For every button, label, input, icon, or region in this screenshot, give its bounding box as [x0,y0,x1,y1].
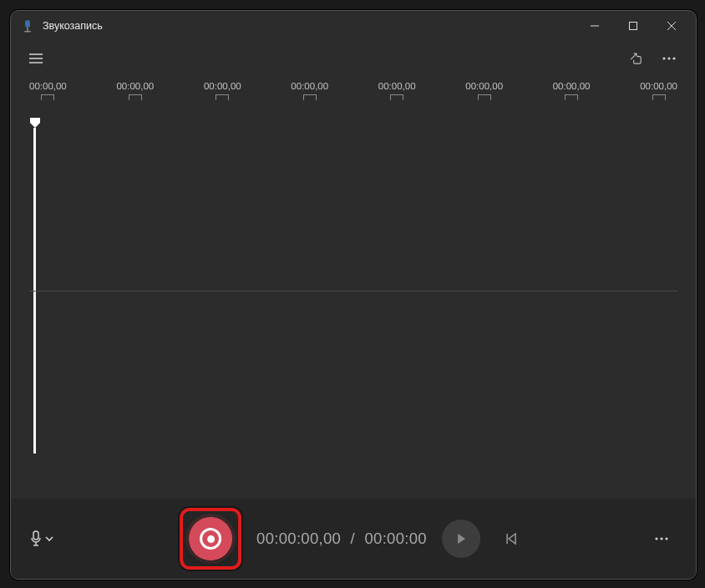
waveform-midline [29,291,677,291]
svg-rect-1 [27,28,28,31]
time-current: 00:00:00,00 [256,530,341,547]
ruler-tick: 00:00,00 [116,81,154,106]
minimize-button[interactable] [576,13,614,39]
ruler-tick: 00:00,00 [29,81,67,106]
time-total: 00:00:00 [364,530,426,547]
ruler-tick: 00:00,00 [204,81,241,106]
chevron-down-icon [44,534,54,544]
svg-rect-4 [630,23,637,30]
share-button[interactable] [619,43,652,74]
app-title: Звукозапись [43,20,576,32]
playhead[interactable] [29,118,41,128]
skip-previous-button[interactable] [495,523,527,555]
waveform-area[interactable] [29,128,677,454]
svg-point-12 [672,57,675,59]
svg-point-19 [665,537,667,540]
svg-point-11 [667,57,670,59]
svg-point-17 [655,537,657,540]
app-window: Звукозапись 00:00,00 00:00,00 00: [10,10,697,580]
hamburger-button[interactable] [21,43,51,74]
timeline-ruler[interactable]: 00:00,00 00:00,00 00:00,00 00:00,00 00:0… [11,81,696,106]
play-button[interactable] [442,520,480,558]
ruler-tick: 00:00,00 [640,81,677,106]
more-button-bottom[interactable] [646,523,677,555]
window-controls [576,13,691,39]
svg-rect-2 [24,31,31,33]
record-button-wrap [180,508,241,570]
more-button-top[interactable] [652,43,686,74]
command-bar [11,41,696,76]
svg-rect-13 [33,531,38,540]
ruler-tick: 00:00,00 [553,81,591,106]
svg-rect-0 [25,20,30,28]
mic-selector[interactable] [29,530,54,547]
svg-point-18 [660,537,662,540]
time-separator: / [351,530,355,547]
mic-icon [29,530,43,547]
close-button[interactable] [652,13,691,39]
ruler-tick: 00:00,00 [291,81,328,106]
ruler-tick: 00:00,00 [378,81,416,106]
app-icon [21,19,34,33]
time-display: 00:00:00,00 / 00:00:00 [256,530,427,548]
ruler-tick: 00:00,00 [465,81,503,106]
svg-point-10 [662,57,665,59]
titlebar: Звукозапись [11,11,696,41]
transport-bar: 00:00:00,00 / 00:00:00 [11,499,696,579]
record-highlight [180,508,241,570]
maximize-button[interactable] [614,13,652,39]
